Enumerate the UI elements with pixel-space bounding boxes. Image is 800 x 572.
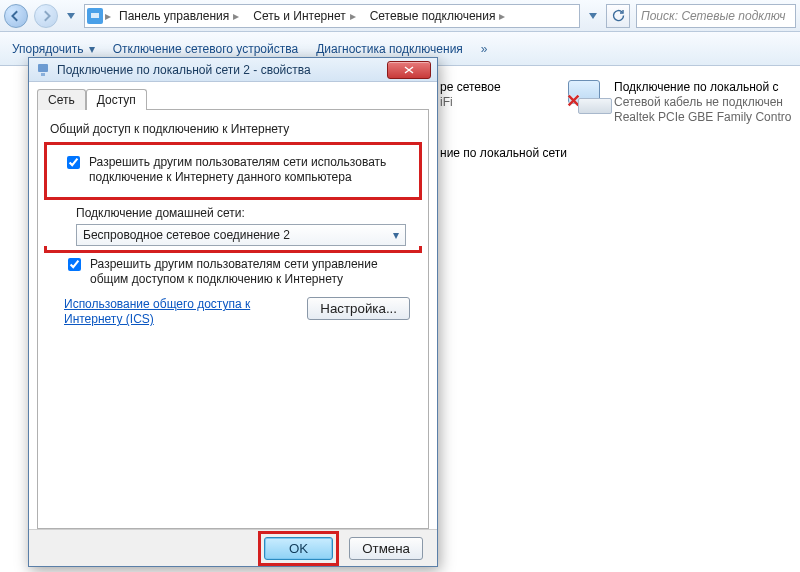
connection-title: ние по локальной сети	[440, 146, 567, 161]
ics-help-link[interactable]: Использование общего доступа к Интернету…	[64, 297, 274, 327]
checkbox-label: Разрешить другим пользователям сети упра…	[90, 257, 410, 287]
network-folder-icon	[87, 8, 103, 24]
connection-item-ethernet[interactable]: ✕ Подключение по локальной с Сетевой каб…	[568, 80, 798, 125]
highlight-allow-sharing: Разрешить другим пользователям сети испо…	[44, 142, 422, 200]
ethernet-icon: ✕	[568, 80, 604, 112]
home-network-combo[interactable]: Беспроводное сетевое соединение 2 ▾	[76, 224, 406, 246]
checkbox-input[interactable]	[68, 258, 81, 271]
settings-button[interactable]: Настройка...	[307, 297, 410, 320]
group-label: Общий доступ к подключению к Интернету	[50, 122, 416, 136]
refresh-button[interactable]	[606, 4, 630, 28]
menu-label: Отключение сетевого устройства	[113, 42, 298, 56]
connection-status: Сетевой кабель не подключен	[614, 95, 791, 110]
ok-button[interactable]: OK	[264, 537, 333, 560]
adapter-icon	[35, 62, 51, 78]
nav-history-dropdown[interactable]	[64, 4, 78, 28]
breadcrumb-label: Сеть и Интернет	[253, 9, 345, 23]
nav-back-button[interactable]	[4, 4, 28, 28]
diagnose-menu[interactable]: Диагностика подключения	[316, 42, 463, 56]
chevron-down-icon: ▾	[393, 228, 399, 242]
search-placeholder: Поиск: Сетевые подключ	[641, 9, 785, 23]
breadcrumb-network-connections[interactable]: Сетевые подключения ▸	[364, 5, 512, 27]
menu-label: Диагностика подключения	[316, 42, 463, 56]
chevron-right-icon: ▸	[350, 9, 356, 23]
svg-rect-0	[91, 13, 99, 18]
close-icon	[404, 66, 414, 74]
checkbox-allow-control[interactable]: Разрешить другим пользователям сети упра…	[64, 257, 410, 287]
chevron-right-icon: ▸	[105, 9, 111, 23]
svg-rect-1	[38, 64, 48, 72]
breadcrumb-label: Сетевые подключения	[370, 9, 496, 23]
dialog-title: Подключение по локальной сети 2 - свойст…	[57, 63, 381, 77]
breadcrumb-label: Панель управления	[119, 9, 229, 23]
combo-value: Беспроводное сетевое соединение 2	[83, 228, 290, 242]
menu-label: Упорядочить	[12, 42, 83, 56]
link-row: Использование общего доступа к Интернету…	[64, 297, 410, 327]
search-input[interactable]: Поиск: Сетевые подключ	[636, 4, 796, 28]
dialog-titlebar[interactable]: Подключение по локальной сети 2 - свойст…	[29, 58, 437, 82]
chevron-down-icon: ▾	[89, 42, 95, 56]
tab-sharing[interactable]: Доступ	[86, 89, 147, 110]
tab-strip: Сеть Доступ	[37, 89, 429, 110]
connection-device: Realtek PCIe GBE Family Contro	[614, 110, 791, 125]
address-bar: ▸ Панель управления ▸ Сеть и Интернет ▸ …	[0, 0, 800, 32]
overflow-chevron-icon[interactable]: »	[481, 42, 488, 56]
svg-rect-2	[41, 73, 45, 76]
disable-device-menu[interactable]: Отключение сетевого устройства	[113, 42, 298, 56]
tab-sharing-pane: Общий доступ к подключению к Интернету Р…	[37, 109, 429, 529]
organize-menu[interactable]: Упорядочить ▾	[12, 42, 95, 56]
breadcrumb-control-panel[interactable]: Панель управления ▸	[113, 5, 245, 27]
dialog-body: Сеть Доступ Общий доступ к подключению к…	[29, 82, 437, 529]
connection-title: Подключение по локальной с	[614, 80, 791, 95]
checkbox-allow-sharing[interactable]: Разрешить другим пользователям сети испо…	[63, 155, 411, 185]
highlight-combo-underline	[44, 246, 422, 253]
cancel-button[interactable]: Отмена	[349, 537, 423, 560]
breadcrumb-bar[interactable]: ▸ Панель управления ▸ Сеть и Интернет ▸ …	[84, 4, 580, 28]
connection-title: ре сетевое	[440, 80, 501, 95]
nav-forward-button[interactable]	[34, 4, 58, 28]
dialog-footer: OK Отмена	[29, 529, 437, 566]
chevron-right-icon: ▸	[233, 9, 239, 23]
close-button[interactable]	[387, 61, 431, 79]
connection-item-lan[interactable]: ние по локальной сети	[440, 146, 670, 161]
tab-network[interactable]: Сеть	[37, 89, 86, 110]
connection-sub: iFi	[440, 95, 501, 110]
breadcrumb-dropdown[interactable]	[586, 4, 600, 28]
breadcrumb-network-internet[interactable]: Сеть и Интернет ▸	[247, 5, 361, 27]
checkbox-input[interactable]	[67, 156, 80, 169]
home-network-label: Подключение домашней сети:	[76, 206, 416, 220]
chevron-right-icon: ▸	[499, 9, 505, 23]
highlight-ok: OK	[258, 531, 339, 566]
properties-dialog: Подключение по локальной сети 2 - свойст…	[28, 57, 438, 567]
checkbox-label: Разрешить другим пользователям сети испо…	[89, 155, 411, 185]
